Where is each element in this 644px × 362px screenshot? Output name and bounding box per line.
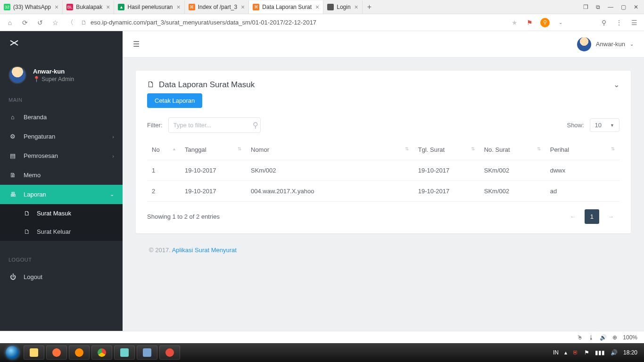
window-restore-icon[interactable]: ⧉ — [596, 4, 600, 10]
browser-tab-login[interactable]: Login × — [323, 0, 363, 14]
table-row[interactable]: 1 19-10-2017 SKm/002 19-10-2017 SKm/002 … — [147, 160, 619, 181]
filter-input[interactable] — [173, 122, 253, 129]
sidebar-item-label: Pemrosesan — [24, 152, 58, 159]
tray-flag-icon[interactable]: ⚑ — [584, 349, 589, 356]
search-icon[interactable]: ⚲ — [600, 19, 608, 26]
tray-up-icon[interactable]: ▴ — [564, 349, 567, 356]
tab-title: Index of /part_3 — [198, 4, 237, 10]
sidebar-item-pemrosesan[interactable]: ▤ Pemrosesan › — [0, 146, 123, 165]
filter-box: ⚲ — [168, 117, 261, 133]
search-icon[interactable]: ⚲ — [253, 121, 258, 130]
task-explorer[interactable] — [24, 346, 44, 360]
cell-perihal: ad — [545, 181, 619, 202]
minimize-icon[interactable]: — — [608, 4, 613, 10]
col-tanggal[interactable]: Tanggal⇅ — [180, 140, 246, 160]
tray-volume-icon[interactable]: 🔊 — [611, 349, 618, 356]
tray-wifi-icon[interactable]: ▮▮▮ — [595, 349, 605, 356]
whatsapp-icon: 32 — [4, 4, 10, 10]
sidebar-item-label: Beranda — [24, 114, 47, 121]
sidebar-sub-surat-masuk[interactable]: 🗋 Surat Masuk — [0, 204, 123, 222]
sort-icon: ⇅ — [611, 146, 615, 151]
chevron-down-icon: ⌄ — [110, 191, 114, 197]
favorite-icon[interactable]: ★ — [510, 19, 519, 26]
zoom-icon[interactable]: ⊕ — [612, 334, 617, 341]
download-icon[interactable]: ⭳ — [588, 334, 594, 341]
page-current[interactable]: 1 — [585, 209, 599, 224]
tray-clock[interactable]: 18:20 — [623, 349, 637, 356]
close-icon[interactable]: × — [55, 3, 58, 11]
bukalapak-icon: BL — [66, 4, 73, 10]
cell-no: 1 — [147, 160, 180, 181]
footer-link[interactable]: Aplikasi Surat Menyurat — [172, 247, 237, 254]
close-icon[interactable]: × — [177, 3, 181, 11]
close-window-icon[interactable]: ✕ — [634, 4, 638, 10]
tray-shield-icon[interactable]: ⛨ — [573, 349, 578, 356]
show-select[interactable]: 10 ▼ — [590, 118, 619, 132]
volume-icon[interactable]: 🔊 — [600, 334, 607, 341]
tray-lang[interactable]: IN — [553, 349, 559, 356]
sidebar-item-memo[interactable]: 🗎 Memo — [0, 165, 123, 185]
cell-no-surat: SKm/002 — [479, 181, 545, 202]
col-perihal[interactable]: Perihal⇅ — [545, 140, 619, 160]
task-uc[interactable] — [69, 346, 90, 360]
processing-icon: ▤ — [8, 152, 17, 159]
col-no[interactable]: No▴ — [147, 140, 180, 160]
sidebar-item-label: Memo — [24, 172, 41, 179]
col-nomor[interactable]: Nomor⇅ — [246, 140, 413, 160]
back-icon[interactable]: 〈 — [66, 18, 74, 27]
sidebar-sub-label: Surat Keluar — [37, 228, 71, 235]
report-panel: 🗋 Data Laporan Surat Masuk Cetak Laporan… — [136, 71, 631, 233]
task-paint[interactable] — [114, 346, 135, 360]
new-tab-button[interactable]: + — [363, 3, 376, 11]
sidebar-item-pengaturan[interactable]: ⚙ Pengaturan › — [0, 127, 123, 146]
reload-icon[interactable]: ⟳ — [21, 19, 29, 26]
sidebar-item-label: Laporan — [24, 191, 46, 198]
browser-tab-bukalapak[interactable]: BL Bukalapak × — [63, 0, 114, 14]
app-logo[interactable] — [0, 31, 123, 55]
window-tabs-icon[interactable]: ❐ — [583, 4, 588, 10]
task-chrome[interactable] — [91, 346, 112, 360]
profile-name: Anwar-kun — [33, 68, 74, 75]
home-icon[interactable]: ⌂ — [6, 19, 14, 26]
cetak-laporan-button[interactable]: Cetak Laporan — [147, 93, 202, 108]
browser-tab-drive[interactable]: ▲ Hasil penelusuran × — [114, 0, 184, 14]
bookmark-icon[interactable]: ☆ — [51, 19, 59, 26]
col-no-surat[interactable]: No. Surat⇅ — [479, 140, 545, 160]
browser-tab-data-laporan[interactable]: ⌘ Data Laporan Surat × — [249, 0, 323, 14]
maximize-icon[interactable]: ▢ — [621, 4, 626, 10]
close-icon[interactable]: × — [355, 3, 358, 11]
cell-tgl-surat: 19-10-2017 — [413, 181, 479, 202]
user-menu[interactable]: Anwar-kun ⌄ — [577, 37, 634, 51]
table-row[interactable]: 2 19-10-2017 004.waw.2017.X.yahoo 19-10-… — [147, 181, 619, 202]
close-icon[interactable]: × — [241, 3, 245, 11]
extension-icon[interactable]: ⚲ — [540, 18, 550, 27]
task-recorder[interactable] — [159, 346, 180, 360]
more-icon[interactable]: ⋮ — [615, 19, 623, 26]
browser-tab-index[interactable]: ⌘ Index of /part_3 × — [185, 0, 249, 14]
address-bar[interactable]: 🗋 eso.ip-dynamic.com/part_3/surat_menyur… — [81, 19, 504, 26]
site-info-icon[interactable]: 🗋 — [81, 19, 87, 26]
file-icon: 🗋 — [23, 210, 31, 217]
page-next[interactable]: → — [602, 209, 619, 224]
panel-collapse-icon[interactable]: ⌄ — [613, 80, 619, 89]
sidebar-sub-surat-keluar[interactable]: 🗋 Surat Keluar — [0, 222, 123, 241]
close-icon[interactable]: × — [106, 3, 110, 11]
task-notepad[interactable] — [137, 346, 157, 360]
browser-tab-whatsapp[interactable]: 32 (33) WhatsApp × — [0, 0, 63, 14]
task-firefox[interactable] — [46, 346, 67, 360]
sidebar-item-laporan[interactable]: 🖶 Laporan ⌄ — [0, 185, 123, 204]
start-button[interactable] — [3, 345, 22, 360]
mouse-icon[interactable]: 🖱 — [577, 334, 583, 341]
page-icon — [327, 4, 334, 10]
sidebar-item-beranda[interactable]: ⌂ Beranda — [0, 107, 123, 127]
sidebar-item-logout[interactable]: ⏻ Logout — [0, 267, 123, 287]
chevron-down-icon[interactable]: ⌄ — [556, 20, 565, 25]
menu-toggle-icon[interactable]: ☰ — [133, 40, 140, 49]
menu-icon[interactable]: ☰ — [630, 19, 638, 26]
history-icon[interactable]: ↺ — [36, 19, 44, 26]
file-icon: 🗋 — [147, 80, 155, 90]
page-prev[interactable]: ← — [564, 209, 582, 224]
flag-icon[interactable]: ⚑ — [525, 19, 534, 26]
col-tgl-surat[interactable]: Tgl. Surat⇅ — [413, 140, 479, 160]
close-icon[interactable]: × — [315, 3, 319, 11]
